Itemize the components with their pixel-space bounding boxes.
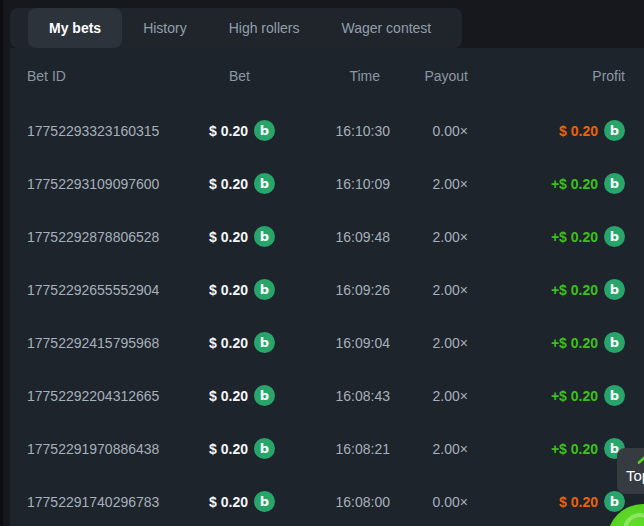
profit-amount: +$ 0.20 (551, 388, 598, 404)
table-row[interactable]: 17752291970886438 $ 0.20 b 16:08:21 2.00… (10, 422, 644, 475)
profit-cell: +$ 0.20 b (468, 438, 625, 459)
bcd-coin-icon: b (604, 332, 625, 353)
bcd-coin-icon: b (254, 279, 275, 300)
profit-amount: +$ 0.20 (551, 282, 598, 298)
header-bet: Bet (172, 68, 275, 84)
page-edge-strip (0, 0, 3, 526)
bcd-coin-icon: b (254, 491, 275, 512)
profit-amount: +$ 0.20 (551, 441, 598, 457)
time-cell: 16:08:00 (275, 494, 390, 510)
bet-id-cell: 17752291970886438 (27, 441, 172, 457)
bet-id-cell: 17752292878806528 (27, 229, 172, 245)
table-row[interactable]: 17752292204312665 $ 0.20 b 16:08:43 2.00… (10, 369, 644, 422)
bet-cell: $ 0.20 b (172, 173, 275, 194)
bets-table: Bet ID Bet Time Payout Profit 1775229332… (10, 48, 644, 526)
chevron-up-icon (637, 455, 644, 464)
table-row[interactable]: 17752292878806528 $ 0.20 b 16:09:48 2.00… (10, 210, 644, 263)
table-header-row: Bet ID Bet Time Payout Profit (10, 48, 644, 104)
bet-cell: $ 0.20 b (172, 226, 275, 247)
bcd-coin-icon: b (604, 491, 625, 512)
bet-cell: $ 0.20 b (172, 332, 275, 353)
table-row[interactable]: 17752292415795968 $ 0.20 b 16:09:04 2.00… (10, 316, 644, 369)
profit-amount: +$ 0.20 (551, 176, 598, 192)
tab-bar: My bets History High rollers Wager conte… (10, 8, 462, 48)
bcd-coin-icon: b (254, 385, 275, 406)
bcd-coin-icon: b (604, 173, 625, 194)
bet-id-cell: 17752292204312665 (27, 388, 172, 404)
bet-cell: $ 0.20 b (172, 120, 275, 141)
time-cell: 16:09:26 (275, 282, 390, 298)
table-row[interactable]: 17752293109097600 $ 0.20 b 16:10:09 2.00… (10, 157, 644, 210)
payout-cell: 0.00× (390, 494, 468, 510)
profit-amount: +$ 0.20 (551, 335, 598, 351)
header-payout: Payout (390, 68, 468, 84)
bet-cell: $ 0.20 b (172, 279, 275, 300)
time-cell: 16:09:04 (275, 335, 390, 351)
time-cell: 16:08:43 (275, 388, 390, 404)
profit-amount: +$ 0.20 (551, 229, 598, 245)
bet-amount: $ 0.20 (209, 335, 248, 351)
time-cell: 16:08:21 (275, 441, 390, 457)
back-to-top-button[interactable]: Top (617, 448, 644, 494)
header-profit: Profit (468, 68, 625, 84)
bcd-coin-icon: b (604, 279, 625, 300)
bet-amount: $ 0.20 (209, 282, 248, 298)
profit-cell: +$ 0.20 b (468, 173, 625, 194)
bet-cell: $ 0.20 b (172, 491, 275, 512)
time-cell: 16:10:30 (275, 123, 390, 139)
bet-id-cell: 17752291740296783 (27, 494, 172, 510)
table-row[interactable]: 17752292655552904 $ 0.20 b 16:09:26 2.00… (10, 263, 644, 316)
payout-cell: 0.00× (390, 123, 468, 139)
table-row[interactable]: 17752291740296783 $ 0.20 b 16:08:00 0.00… (10, 475, 644, 526)
tab-item[interactable]: My bets (28, 8, 122, 48)
bet-cell: $ 0.20 b (172, 385, 275, 406)
payout-cell: 2.00× (390, 441, 468, 457)
tab-label: History (143, 20, 187, 36)
bet-cell: $ 0.20 b (172, 438, 275, 459)
tab-label: My bets (49, 20, 101, 36)
tab-label: Wager contest (342, 20, 432, 36)
back-to-top-label: Top (626, 467, 644, 484)
bet-amount: $ 0.20 (209, 176, 248, 192)
profit-cell: $ 0.20 b (468, 120, 625, 141)
payout-cell: 2.00× (390, 282, 468, 298)
table-body: 17752293323160315 $ 0.20 b 16:10:30 0.00… (10, 104, 644, 526)
bcd-coin-icon: b (254, 173, 275, 194)
bet-id-cell: 17752292415795968 (27, 335, 172, 351)
tab-item[interactable]: High rollers (208, 8, 321, 48)
profit-amount: $ 0.20 (559, 123, 598, 139)
profit-cell: +$ 0.20 b (468, 385, 625, 406)
time-cell: 16:10:09 (275, 176, 390, 192)
bcd-coin-icon: b (254, 226, 275, 247)
payout-cell: 2.00× (390, 229, 468, 245)
bcd-coin-icon: b (254, 332, 275, 353)
bet-amount: $ 0.20 (209, 494, 248, 510)
bet-id-cell: 17752292655552904 (27, 282, 172, 298)
payout-cell: 2.00× (390, 176, 468, 192)
payout-cell: 2.00× (390, 335, 468, 351)
profit-cell: +$ 0.20 b (468, 279, 625, 300)
header-bet-id: Bet ID (27, 68, 172, 84)
profit-amount: $ 0.20 (559, 494, 598, 510)
tab-label: High rollers (229, 20, 300, 36)
header-time: Time (275, 68, 390, 84)
bcd-coin-icon: b (254, 438, 275, 459)
bet-amount: $ 0.20 (209, 441, 248, 457)
bcd-coin-icon: b (254, 120, 275, 141)
bet-amount: $ 0.20 (209, 388, 248, 404)
table-row[interactable]: 17752293323160315 $ 0.20 b 16:10:30 0.00… (10, 104, 644, 157)
payout-cell: 2.00× (390, 388, 468, 404)
bet-id-cell: 17752293323160315 (27, 123, 172, 139)
profit-cell: $ 0.20 b (468, 491, 625, 512)
bet-id-cell: 17752293109097600 (27, 176, 172, 192)
bcd-coin-icon: b (604, 226, 625, 247)
tab-item[interactable]: Wager contest (321, 8, 453, 48)
bet-amount: $ 0.20 (209, 229, 248, 245)
profit-cell: +$ 0.20 b (468, 332, 625, 353)
bet-amount: $ 0.20 (209, 123, 248, 139)
bcd-coin-icon: b (604, 120, 625, 141)
profit-cell: +$ 0.20 b (468, 226, 625, 247)
bcd-coin-icon: b (604, 385, 625, 406)
tab-item[interactable]: History (122, 8, 208, 48)
time-cell: 16:09:48 (275, 229, 390, 245)
